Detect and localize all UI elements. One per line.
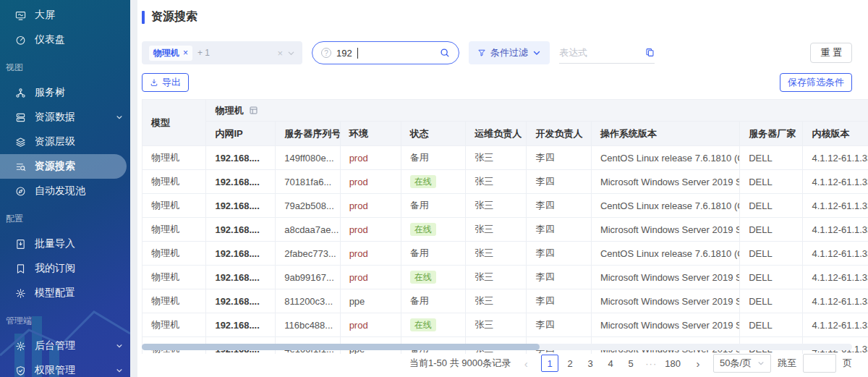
table-row[interactable]: 物理机192.168....70181fa6...prod在线张三李四Micro… — [142, 170, 868, 194]
filter-row: 物理机 × + 1 × ? 192 条件过滤 重 置 — [142, 41, 852, 64]
chevron-down-icon[interactable] — [287, 49, 295, 57]
title-accent-bar — [142, 11, 145, 24]
cell-dev-owner: 李四 — [527, 266, 591, 289]
table-row[interactable]: 物理机192.168....811200c3...ppe备用张三李四Micros… — [142, 289, 868, 313]
page-title: 资源搜索 — [151, 9, 197, 25]
column-header: 服务器厂家 — [740, 122, 803, 146]
horizontal-scrollbar-track[interactable] — [142, 344, 852, 350]
cell-serial: 70181fa6... — [276, 170, 340, 194]
pager-page-1[interactable]: 1 — [541, 355, 558, 372]
cell-serial: 79a2b508... — [276, 194, 340, 218]
cell-kernel-version: 4.1.12-61.1.33. — [803, 170, 868, 194]
group-header-label: 物理机 — [215, 104, 243, 117]
cell-serial: 811200c3... — [276, 289, 340, 313]
cell-vendor: DELL — [740, 194, 803, 218]
sidebar-item-resource-search[interactable]: 资源搜索 — [0, 154, 127, 179]
cell-os-version: Microsoft Windows Server 2019 Stan... — [591, 218, 739, 242]
cell-ip: 192.168.... — [206, 170, 276, 194]
cell-env: prod — [340, 313, 401, 337]
save-filter-label: 保存筛选条件 — [788, 76, 844, 89]
horizontal-scrollbar-thumb[interactable] — [142, 344, 540, 350]
cell-vendor: DELL — [740, 289, 803, 313]
cell-kernel-version: 4.1.12-61.1.33. — [803, 242, 868, 266]
pager-pages: 12345···180 — [541, 355, 683, 372]
chevron-down-icon — [532, 48, 541, 57]
cell-serial: 149ff080e... — [276, 146, 340, 170]
cell-kernel-version: 4.1.12-61.1.33. — [803, 194, 868, 218]
pager-prev-icon[interactable]: ‹ — [517, 355, 535, 372]
cell-vendor: DELL — [740, 266, 803, 289]
sidebar-item-batch-import[interactable]: 批量导入 — [0, 232, 130, 256]
layers-icon — [15, 137, 26, 148]
cell-model: 物理机 — [142, 146, 206, 170]
sidebar-item-big-screen[interactable]: 大屏 — [0, 3, 130, 27]
sidebar-item-auto-discovery[interactable]: 自动发现池 — [0, 179, 130, 203]
status-badge: 在线 — [410, 271, 436, 284]
table-row[interactable]: 物理机192.168....a8cdaa7ae...prod在线张三李四Micr… — [142, 218, 868, 242]
status-badge: 在线 — [410, 318, 436, 331]
cell-model: 物理机 — [142, 242, 206, 266]
chevron-down-icon — [116, 114, 123, 121]
export-button[interactable]: 导出 — [142, 73, 189, 92]
cell-env: prod — [340, 146, 401, 170]
jump-page-input[interactable] — [803, 354, 836, 373]
table-row[interactable]: 物理机192.168....79a2b508...prod备用张三李四CentO… — [142, 194, 868, 218]
jump-suffix: 页 — [843, 357, 852, 370]
pager-page-2[interactable]: 2 — [561, 355, 579, 372]
sidebar-item-label: 我的订阅 — [35, 262, 75, 275]
sidebar-item-resource-level[interactable]: 资源层级 — [0, 130, 130, 154]
resource-table: 模型 物理机 内网IP服务器序列号环境状态运维负责人开发负责人操作系统版本服务器… — [142, 99, 868, 354]
chevron-down-icon — [116, 342, 123, 350]
sidebar-item-label: 资源数据 — [35, 111, 75, 124]
table-settings-icon[interactable] — [249, 106, 258, 115]
sidebar-item-label: 模型配置 — [35, 287, 75, 300]
chevron-down-icon — [757, 360, 765, 367]
tag-remove-icon[interactable]: × — [183, 48, 188, 58]
cell-kernel-version: 4.1.12-61.1.33. — [803, 313, 868, 337]
cell-env: prod — [340, 194, 401, 218]
table-row[interactable]: 物理机192.168....116bc488...prod在线张三李四Micro… — [142, 313, 868, 337]
model-select[interactable]: 物理机 × + 1 × — [142, 41, 302, 64]
page-size-select[interactable]: 50条/页 — [713, 354, 771, 373]
database-icon — [15, 112, 26, 123]
select-icons: × — [277, 48, 295, 59]
save-filter-button[interactable]: 保存筛选条件 — [780, 73, 852, 92]
column-header: 操作系统版本 — [591, 122, 739, 146]
condition-filter-button[interactable]: 条件过滤 — [469, 41, 550, 64]
pager-page-5[interactable]: 5 — [622, 355, 639, 372]
sidebar-item-permission-admin[interactable]: 权限管理 — [0, 358, 130, 377]
main-content: 资源搜索 物理机 × + 1 × ? 192 条件过滤 — [137, 0, 868, 377]
cell-ops-owner: 张三 — [466, 242, 527, 266]
group-header-cell: 物理机 — [206, 100, 868, 122]
sidebar-item-backend-admin[interactable]: 后台管理 — [0, 334, 130, 358]
cell-kernel-version: 4.1.12-61.1.33. — [803, 218, 868, 242]
table-row[interactable]: 物理机192.168....2fabec773...prod备用张三李四Cent… — [142, 242, 868, 266]
search-input[interactable]: ? 192 — [312, 41, 459, 64]
sidebar-item-my-subscription[interactable]: 我的订阅 — [0, 256, 130, 281]
cell-kernel-version: 4.1.12-61.1.33. — [803, 266, 868, 289]
sidebar-item-service-tree[interactable]: 服务树 — [0, 80, 130, 105]
pager-page-180[interactable]: 180 — [663, 355, 683, 372]
table-row[interactable]: 物理机192.168....9ab99167...prod在线张三李四Micro… — [142, 266, 868, 289]
text-caret — [357, 48, 358, 59]
sidebar-item-model-config[interactable]: 模型配置 — [0, 281, 130, 305]
copy-icon[interactable] — [645, 48, 655, 57]
column-header: 运维负责人 — [466, 122, 527, 146]
table-row[interactable]: 物理机192.168....149ff080e...prod备用张三李四Cent… — [142, 146, 868, 170]
reset-button[interactable]: 重 置 — [810, 43, 852, 63]
cell-serial: 9ab99167... — [276, 266, 340, 289]
search-icon[interactable] — [440, 48, 450, 58]
sidebar-item-resource-data[interactable]: 资源数据 — [0, 105, 130, 130]
pager-next-icon[interactable]: › — [689, 355, 707, 372]
pager-page-3[interactable]: 3 — [582, 355, 599, 372]
status-badge: 在线 — [410, 223, 436, 236]
select-clear-icon[interactable]: × — [277, 48, 283, 59]
expression-input[interactable] — [559, 47, 631, 58]
sidebar-item-label: 自动发现池 — [35, 185, 85, 198]
jump-label: 跳至 — [778, 357, 796, 370]
sidebar-item-dashboard[interactable]: 仪表盘 — [0, 27, 130, 52]
cell-serial: a8cdaa7ae... — [276, 218, 340, 242]
model-tag-more: + 1 — [197, 48, 210, 58]
pager-page-4[interactable]: 4 — [602, 355, 619, 372]
cell-kernel-version: 4.1.12-61.1.33. — [803, 146, 868, 170]
